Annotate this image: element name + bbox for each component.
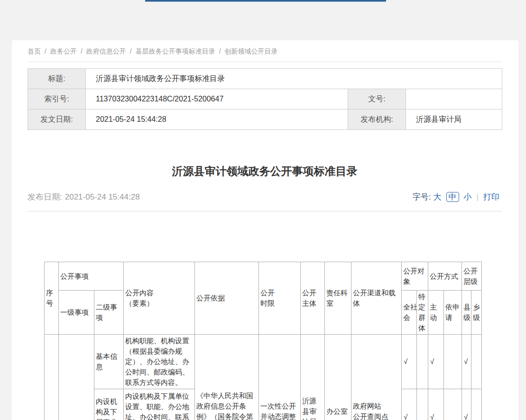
col-header-level2-item: 二级事 项: [94, 291, 124, 335]
cell-whole-society-check: √: [402, 389, 417, 420]
font-size-medium-button[interactable]: 中: [446, 192, 459, 202]
col-header-county-level: 县 级: [462, 291, 471, 335]
font-size-small-button[interactable]: 小: [464, 192, 472, 201]
col-header-time-limit: 公开 时限: [259, 262, 301, 335]
document-meta-table: 标题: 沂源县审计领域政务公开事项标准目录 索引号: 1137032300422…: [28, 68, 502, 130]
page-title: 沂源县审计领域政务公开事项标准目录: [28, 163, 502, 179]
cell-proactive-check: √: [428, 389, 444, 420]
meta-row-title: 标题: 沂源县审计领域政务公开事项标准目录: [28, 69, 502, 89]
cell-specific-group-check: [417, 335, 428, 389]
catalog-table: 序 号 公开事项 公开内容 （要素） 公开依据 公开 时限 公开 主体 责任科 …: [44, 262, 482, 420]
publish-date: 发布日期:2021-05-24 15:44:28: [28, 192, 140, 202]
col-header-proactive: 主 动: [428, 291, 444, 335]
breadcrumb-link-standard-catalog[interactable]: 基层政务公开事项标准目录: [136, 47, 215, 55]
meta-label-index: 索引号:: [28, 89, 86, 110]
breadcrumb-separator: /: [45, 47, 46, 55]
catalog-data-row-1: 基本信息 机构职能、机构设置（根据县委编办规定）、办公地址、办公时间、邮政编码、…: [45, 335, 482, 389]
cell-county-check: √: [462, 335, 471, 389]
col-header-subject: 公开 主体: [301, 262, 325, 335]
breadcrumb-link-gov-info[interactable]: 政府信息公开: [86, 47, 126, 55]
meta-value-agency: 沂源县审计局: [406, 110, 502, 130]
col-header-audience: 公开对 象: [402, 262, 428, 291]
meta-label-date: 发文日期:: [28, 110, 86, 130]
breadcrumb-separator: /: [219, 47, 221, 55]
cell-content: 内设机构及下属单位设置、职能、办公地址、办公时间、联系方式、负责人姓名等内容。: [124, 389, 195, 420]
breadcrumb-link-innovation-catalog[interactable]: 创新领域公开目录: [225, 47, 278, 55]
col-header-level: 公开 层级: [462, 262, 482, 291]
cell-specific-group-check: [417, 389, 428, 420]
col-header-content: 公开内容 （要素）: [124, 262, 195, 335]
cell-level2-item: 内设机构及下属事业单位: [94, 389, 124, 420]
font-size-controls: 字号:大中小|打印: [413, 192, 502, 202]
meta-row-date: 发文日期: 2021-05-24 15:44:28 发布机构: 沂源县审计局: [28, 110, 502, 130]
meta-row-index: 索引号: 11370323004223148C/2021-5200647 文号:: [28, 89, 502, 110]
cell-responsible-dept: 办公室: [325, 335, 351, 420]
col-header-specific-group: 特 定 群 体: [417, 291, 428, 335]
cell-county-check: √: [462, 389, 471, 420]
cell-township-check: [471, 335, 482, 389]
cell-level1-item: [59, 335, 94, 420]
col-header-disclosure-item: 公开事项: [59, 262, 124, 291]
cell-basis: 《中华人民共和国政府信息公开条例》（国务院令第711号）: [195, 335, 259, 420]
publish-date-label: 发布日期:: [28, 192, 62, 201]
cell-proactive-check: √: [428, 335, 444, 389]
breadcrumb-link-open-gov[interactable]: 政务公开: [50, 47, 77, 55]
breadcrumb-link-home[interactable]: 首页: [28, 47, 41, 55]
cell-township-check: [471, 389, 482, 420]
meta-value-title: 沂源县审计领域政务公开事项标准目录: [86, 69, 502, 89]
content-panel: 首页/政务公开/政府信息公开/基层政务公开事项标准目录/创新领域公开目录 标题:…: [12, 40, 518, 420]
col-header-whole-society: 全社 会: [402, 291, 417, 335]
print-button[interactable]: 打印: [483, 192, 499, 201]
cell-channels: 政府网站 公开查阅点: [351, 335, 402, 420]
cell-level2-item: 基本信息: [94, 335, 124, 389]
col-header-level1-item: 一级事项: [59, 291, 94, 335]
col-header-township-level: 乡 级: [471, 291, 482, 335]
col-header-basis: 公开依据: [195, 262, 259, 335]
cell-on-request-check: [444, 389, 462, 420]
breadcrumb-separator: /: [130, 47, 132, 55]
catalog-header-row-1: 序 号 公开事项 公开内容 （要素） 公开依据 公开 时限 公开 主体 责任科 …: [45, 262, 482, 291]
meta-value-date: 2021-05-24 15:44:28: [86, 110, 348, 130]
top-nav-bar-edge: [145, 0, 386, 2]
col-header-channels: 公开渠道和载 体: [351, 262, 402, 335]
meta-value-docnum: [406, 89, 502, 110]
font-size-large-button[interactable]: 大: [434, 192, 442, 201]
col-header-serial: 序 号: [45, 262, 59, 335]
cell-subject: 沂源县审计局: [301, 335, 325, 420]
controls-separator: |: [477, 192, 479, 201]
meta-label-agency: 发布机构:: [348, 110, 406, 130]
cell-content: 机构职能、机构设置（根据县委编办规定）、办公地址、办公时间、邮政编码、联系方式等…: [124, 335, 195, 389]
col-header-method: 公开方式: [428, 262, 462, 291]
cell-whole-society-check: √: [402, 335, 417, 389]
font-size-label: 字号:: [413, 192, 431, 201]
breadcrumb-separator: /: [81, 47, 83, 55]
meta-label-docnum: 文号:: [348, 89, 406, 110]
cell-time-limit: 一次性公开并动态调整: [259, 335, 301, 420]
publish-info-row: 发布日期:2021-05-24 15:44:28 字号:大中小|打印: [28, 192, 502, 211]
cell-serial: [45, 335, 59, 420]
cell-on-request-check: [444, 335, 462, 389]
meta-label-title: 标题:: [28, 69, 86, 89]
publish-date-value: 2021-05-24 15:44:28: [65, 192, 140, 201]
col-header-responsible-dept: 责任科 室: [325, 262, 351, 335]
meta-value-index: 11370323004223148C/2021-5200647: [86, 89, 348, 110]
col-header-on-request: 依申 请: [444, 291, 462, 335]
breadcrumb: 首页/政务公开/政府信息公开/基层政务公开事项标准目录/创新领域公开目录: [28, 40, 502, 62]
